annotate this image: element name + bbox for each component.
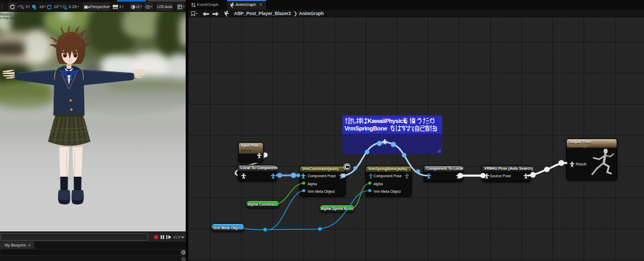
svg-text:): ) xyxy=(435,125,437,132)
svg-text:VrmSpringBone: VrmSpringBone xyxy=(345,125,387,132)
svg-text:KawaiiPhysics: KawaiiPhysics xyxy=(368,118,406,124)
svg-text:x1.0: x1.0 xyxy=(173,235,180,239)
svg-text:(: ( xyxy=(412,125,414,132)
